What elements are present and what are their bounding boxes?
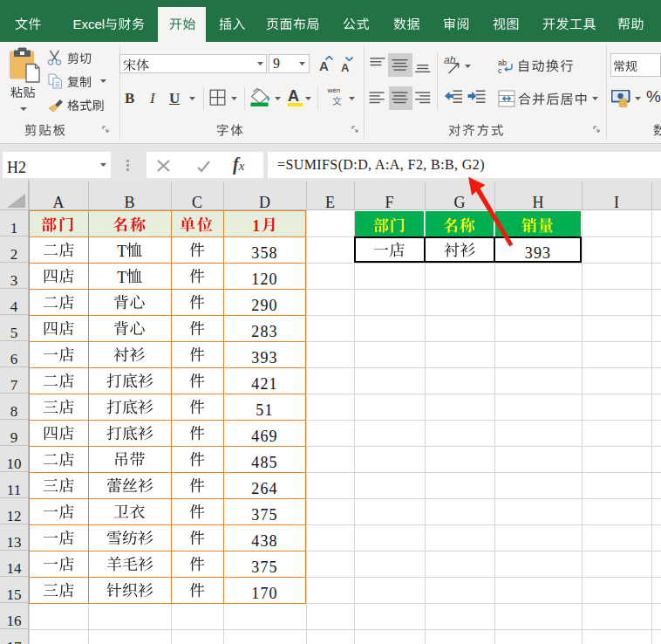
svg-text:c: c	[498, 66, 502, 74]
